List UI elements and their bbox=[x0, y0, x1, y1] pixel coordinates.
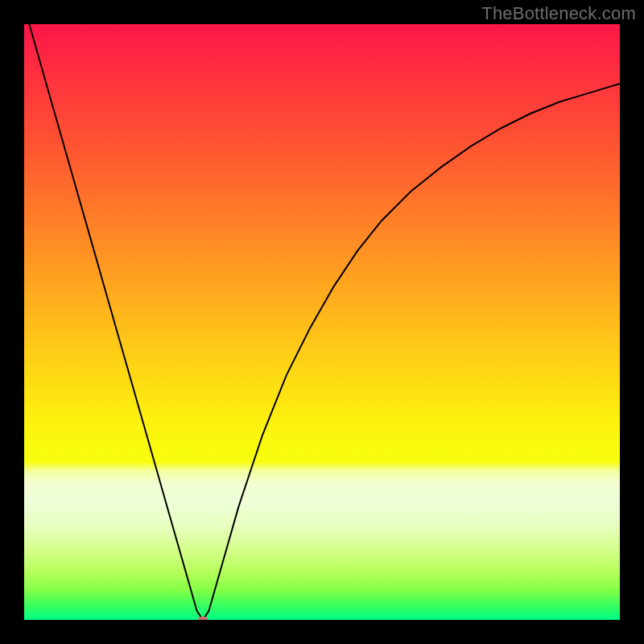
plot-area bbox=[24, 24, 620, 620]
watermark-text: TheBottleneck.com bbox=[481, 3, 636, 24]
bottleneck-curve bbox=[24, 24, 620, 620]
minimum-marker bbox=[198, 617, 208, 620]
chart-frame: TheBottleneck.com bbox=[0, 0, 644, 644]
